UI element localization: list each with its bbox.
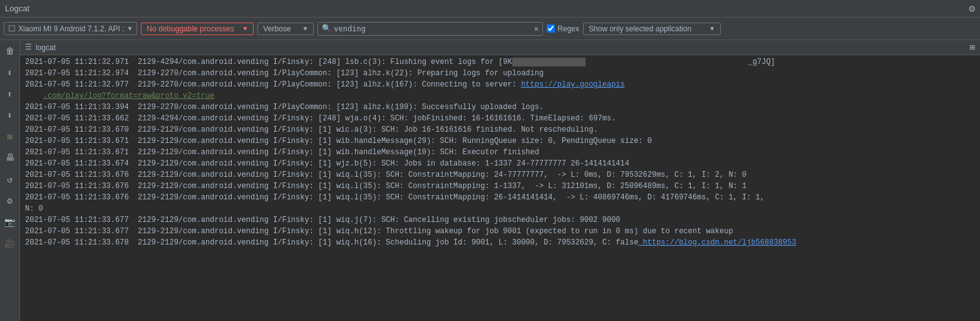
search-icon: 🔍 [322, 24, 331, 33]
clear-search-icon[interactable]: ✕ [534, 24, 539, 34]
search-box: 🔍 ✕ [317, 22, 543, 36]
log-line: 2021-07-05 11:21:33.671 2129-2129/com.an… [20, 135, 980, 147]
settings-icon[interactable]: ⚙ [969, 3, 975, 15]
show-app-chevron-icon: ▼ [709, 25, 715, 32]
settings-sidebar-icon[interactable]: ⚙ [3, 193, 18, 208]
log-line: 2021-07-05 11:21:33.662 2129-4294/com.an… [20, 113, 980, 124]
filter-icon[interactable]: ⊞ [3, 129, 18, 144]
level-label: Verbose [263, 24, 291, 33]
level-chevron-icon: ▼ [302, 25, 308, 32]
log-line: 2021-07-05 11:21:33.677 2129-2129/com.an… [20, 214, 980, 226]
phone-icon: ☐ [8, 24, 16, 33]
restart-icon[interactable]: ↺ [3, 172, 18, 187]
regex-checkbox[interactable] [547, 24, 555, 33]
toolbar: ☐ Xiaomi MI 9 Android 7.1.2, API : ▼ No … [0, 18, 980, 40]
device-selector[interactable]: ☐ Xiaomi MI 9 Android 7.1.2, API : ▼ [4, 22, 137, 35]
show-app-label: Show only selected application [589, 24, 691, 33]
log-line: 2021-07-05 11:21:33.677 2129-2129/com.an… [20, 226, 980, 237]
save-log-icon[interactable]: ⬇ [3, 65, 18, 80]
log-link-green[interactable]: .com/play/log?format=raw&proto_v2=true [43, 92, 215, 100]
clear-log-icon[interactable]: 🗑 [3, 44, 18, 59]
camera-icon[interactable]: 📷 [3, 214, 18, 229]
log-lines-container: 2021-07-05 11:21:32.971 2129-4294/com.an… [20, 55, 980, 321]
sidebar: 🗑 ⬇ ⬆ ⬇ ⊞ 🖶 ↺ ⚙ 📷 🎥 [0, 40, 20, 321]
logcat-panel: 🗑 ⬇ ⬆ ⬇ ⊞ 🖶 ↺ ⚙ 📷 🎥 ☰ logcat ⊞ 2021-07-0… [0, 40, 980, 321]
log-line: 2021-07-05 11:21:32.977 2129-2270/com.an… [20, 79, 980, 90]
log-line: 2021-07-05 11:21:33.676 2129-2129/com.an… [20, 169, 980, 181]
log-line: 2021-07-05 11:21:33.676 2129-2129/com.an… [20, 181, 980, 192]
process-selector[interactable]: No debuggable processes ▼ [141, 23, 254, 35]
print-icon[interactable]: 🖶 [3, 150, 18, 166]
log-line: 2021-07-05 11:21:32.974 2129-2270/com.an… [20, 68, 980, 79]
scroll-up-icon[interactable]: ⬆ [3, 87, 18, 102]
log-line: 2021-07-05 11:21:32.971 2129-4294/com.an… [20, 56, 980, 68]
device-chevron-icon: ▼ [126, 25, 133, 32]
show-app-selector[interactable]: Show only selected application ▼ [583, 23, 721, 35]
log-line: 2021-07-05 11:21:33.671 2129-2129/com.an… [20, 147, 980, 158]
log-line: 2021-07-05 11:21:33.674 2129-2129/com.an… [20, 158, 980, 169]
log-line: N: 0 [20, 203, 980, 214]
log-line: 2021-07-05 11:21:33.678 2129-2129/com.an… [20, 237, 980, 248]
scroll-down-icon[interactable]: ⬇ [3, 108, 18, 123]
regex-toggle[interactable]: Regex [547, 24, 579, 33]
title-bar: Logcat ⚙ [0, 0, 980, 18]
log-header: ☰ logcat ⊞ [20, 40, 980, 55]
log-line: 2021-07-05 11:21:33.676 2129-2129/com.an… [20, 192, 980, 203]
log-line: 2021-07-05 11:21:33.670 2129-2129/com.an… [20, 124, 980, 135]
log-header-menu-icon: ☰ [25, 43, 32, 52]
log-line: .com/play/log?format=raw&proto_v2=true [20, 90, 980, 102]
video-icon[interactable]: 🎥 [3, 236, 18, 251]
search-input[interactable] [334, 24, 531, 33]
process-label: No debuggable processes [147, 24, 234, 33]
log-link[interactable]: https://play.googleapis [521, 80, 625, 89]
app-title: Logcat [5, 4, 29, 13]
log-level-selector[interactable]: Verbose ▼ [257, 23, 314, 35]
log-content: ☰ logcat ⊞ 2021-07-05 11:21:32.971 2129-… [20, 40, 980, 321]
log-line: 2021-07-05 11:21:33.394 2129-2270/com.an… [20, 102, 980, 113]
process-chevron-icon: ▼ [242, 25, 248, 32]
log-header-screenshot-icon[interactable]: ⊞ [970, 42, 975, 53]
regex-label-text: Regex [557, 24, 579, 33]
device-label: Xiaomi MI 9 Android 7.1.2, API : [18, 24, 124, 33]
log-header-title: logcat [36, 43, 56, 52]
